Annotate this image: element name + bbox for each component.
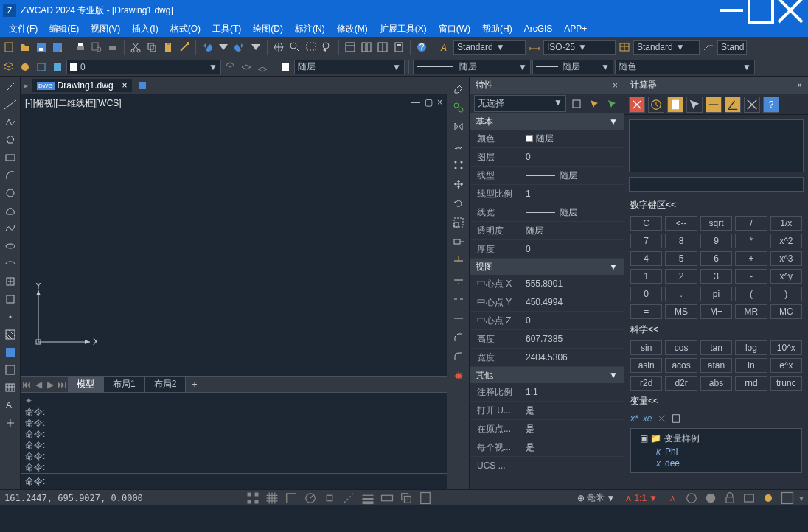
rectangle-icon[interactable] (2, 150, 18, 165)
calc-key-MC[interactable]: MC (770, 304, 802, 319)
menu-arcgis[interactable]: ArcGIS (518, 22, 559, 35)
calc-key-MS[interactable]: MS (665, 304, 697, 319)
calc-key-cos[interactable]: cos (665, 340, 697, 355)
nav-prev-icon[interactable]: ◀ (32, 377, 44, 392)
coordinates[interactable]: 161.2447, 695.9027, 0.0000 (4, 493, 143, 503)
ellipse-icon[interactable] (2, 239, 18, 253)
zoom-realtime-icon[interactable] (288, 40, 302, 55)
calc-key-r2d[interactable]: r2d (630, 376, 662, 391)
annoscale-sync-icon[interactable]: ⋏ (665, 491, 680, 505)
props-section-other[interactable]: 其他▼ (470, 367, 624, 383)
calc-paste-icon[interactable] (667, 97, 683, 113)
layer-lock-icon[interactable] (255, 60, 270, 74)
calc-key-[interactable]: <-- (665, 216, 697, 231)
nav-next-icon[interactable]: ▶ (44, 377, 56, 392)
calc-getcoord-icon[interactable] (686, 97, 703, 113)
property-value[interactable]: 555.8901 (521, 279, 624, 289)
calc-key-2[interactable]: 2 (665, 269, 697, 284)
calc-key-abs[interactable]: abs (700, 376, 732, 391)
addselected-icon[interactable] (2, 416, 18, 430)
redo-dropdown-icon[interactable] (248, 40, 263, 55)
property-value[interactable]: 随层 (521, 169, 624, 182)
property-value[interactable]: 450.4994 (521, 297, 624, 307)
design-center-icon[interactable] (359, 40, 374, 55)
print-preview-icon[interactable] (89, 40, 104, 55)
dim-style-icon[interactable] (527, 40, 542, 55)
property-row[interactable]: 在原点...是 (470, 420, 624, 438)
layer-previous-icon[interactable] (34, 60, 49, 74)
calc-key-1[interactable]: 1 (630, 269, 662, 284)
property-value[interactable]: 随层 (521, 133, 624, 145)
paste-icon[interactable] (161, 40, 175, 55)
calc-key-x3[interactable]: x^3 (770, 251, 802, 266)
var-delete-icon[interactable] (656, 413, 666, 424)
menu-insert[interactable]: 插入(I) (126, 21, 164, 37)
rotate-icon[interactable] (450, 196, 467, 211)
calc-key-sin[interactable]: sin (630, 340, 662, 355)
select-objects-icon[interactable] (587, 97, 602, 111)
layer-isolate-icon[interactable] (50, 60, 65, 74)
calc-distance-icon[interactable] (706, 97, 722, 113)
mirror-icon[interactable] (450, 119, 467, 134)
property-value[interactable]: 随层 (521, 225, 624, 237)
calc-key-3[interactable]: 3 (700, 269, 732, 284)
calc-key-log[interactable]: log (735, 340, 767, 355)
layer-style-select[interactable]: 随层▼ (294, 60, 405, 74)
selection-dropdown[interactable]: 无选择▼ (474, 95, 566, 112)
clean-screen-icon[interactable] (780, 491, 795, 505)
help-icon[interactable]: ? (414, 40, 429, 55)
calc-key-6[interactable]: 6 (700, 251, 732, 266)
grid-mode-icon[interactable] (265, 491, 279, 505)
calc-key-d2r[interactable]: d2r (665, 376, 697, 391)
calc-key-x2[interactable]: x^2 (770, 234, 802, 248)
layer-off-icon[interactable] (223, 60, 237, 74)
break-icon[interactable] (450, 292, 467, 307)
lock-ui-icon[interactable] (722, 491, 737, 505)
menu-dimension[interactable]: 标注(N) (289, 21, 331, 37)
calc-key-[interactable]: - (735, 269, 767, 284)
menu-modify[interactable]: 修改(M) (331, 21, 374, 37)
mleader-style-select[interactable]: Stand (717, 40, 747, 55)
calc-key-0[interactable]: 0 (630, 287, 662, 301)
dim-style-select[interactable]: ISO-25▼ (543, 40, 616, 55)
workspace-icon[interactable] (703, 491, 718, 505)
undo-icon[interactable] (200, 40, 215, 55)
viewport-label[interactable]: [-][俯视][二维线框][WCS] (25, 97, 122, 110)
polar-mode-icon[interactable] (303, 491, 318, 505)
saveas-icon[interactable] (50, 40, 65, 55)
offset-icon[interactable] (450, 139, 467, 153)
polyline-icon[interactable] (2, 115, 18, 130)
new-icon[interactable] (1, 40, 16, 55)
properties-icon[interactable] (343, 40, 358, 55)
circle-icon[interactable] (2, 186, 18, 200)
property-value[interactable]: 是 (521, 405, 624, 417)
join-icon[interactable] (450, 311, 467, 326)
copy-icon[interactable] (144, 40, 159, 55)
calc-key-5[interactable]: 5 (665, 251, 697, 266)
close-tab-icon[interactable]: × (122, 80, 128, 91)
calc-section-sci[interactable]: 科学<< (624, 322, 808, 337)
var-tree-root[interactable]: ▣ 📁 变量样例 (634, 432, 798, 446)
pan-icon[interactable] (271, 40, 286, 55)
print-icon[interactable] (73, 40, 88, 55)
calc-key-[interactable]: . (665, 287, 697, 301)
spline-icon[interactable] (2, 221, 18, 236)
calc-key-tan[interactable]: tan (700, 340, 732, 355)
property-value[interactable]: 1:1 (521, 387, 624, 397)
calc-key-[interactable]: + (735, 251, 767, 266)
save-icon[interactable] (34, 40, 49, 55)
calculator-icon[interactable] (391, 40, 406, 55)
drawing-viewport[interactable]: [-][俯视][二维线框][WCS] — ▢ × X Y (21, 94, 447, 376)
table-style-icon[interactable] (617, 40, 632, 55)
mtext-icon[interactable]: A (2, 398, 18, 413)
calc-clear-icon[interactable] (629, 97, 645, 113)
snap-mode-icon[interactable] (245, 491, 260, 505)
calc-key-M[interactable]: M+ (700, 304, 732, 319)
property-row[interactable]: 宽度2404.5306 (470, 349, 624, 367)
document-tab-active[interactable]: DWG Drawing1.dwg × (32, 79, 132, 92)
calc-intersect-icon[interactable] (744, 97, 760, 113)
tool-palettes-icon[interactable] (375, 40, 390, 55)
calc-key-1x[interactable]: 1/x (770, 216, 802, 231)
calc-key-[interactable]: / (735, 216, 767, 231)
table-style-select[interactable]: Standard▼ (633, 40, 700, 55)
